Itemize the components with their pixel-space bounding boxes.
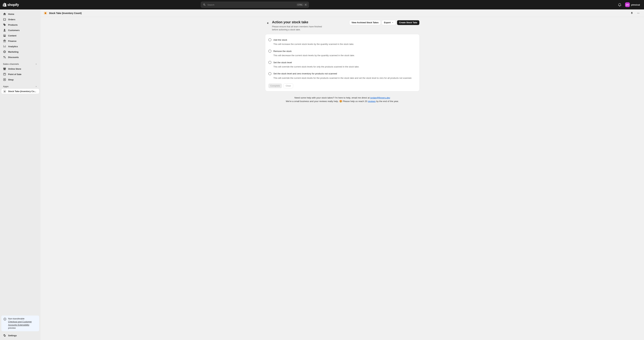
search-placeholder: Search bbox=[208, 3, 295, 6]
svg-rect-11 bbox=[267, 23, 268, 23]
svg-rect-0 bbox=[4, 73, 6, 75]
shopify-bag-icon bbox=[3, 3, 6, 7]
svg-rect-1 bbox=[4, 74, 5, 74]
info-banner: Non-transferable Checkout and Customer A… bbox=[1, 316, 39, 331]
sidebar: Home Orders Products Customers Content F… bbox=[0, 9, 40, 340]
nav-finance[interactable]: Finance bbox=[1, 38, 39, 43]
chart-icon bbox=[3, 45, 6, 48]
dots-icon bbox=[637, 12, 640, 14]
svg-point-10 bbox=[639, 13, 640, 13]
complete-button[interactable]: Complete bbox=[268, 83, 282, 88]
kbd-shortcut: CTRL K bbox=[296, 3, 308, 6]
app-stock-take[interactable]: ▦Stock Take (Inventory Co... bbox=[1, 89, 39, 94]
more-button[interactable] bbox=[636, 11, 640, 15]
brand-text: shopify bbox=[8, 3, 19, 7]
info-link[interactable]: Checkout and Customer Accounts Extensibi… bbox=[8, 321, 32, 326]
store-menu[interactable]: pim pimsical bbox=[624, 2, 641, 8]
pin-icon bbox=[630, 12, 633, 14]
page-bar: Stock Take (Inventory Count) bbox=[40, 9, 644, 17]
store-icon bbox=[3, 67, 6, 70]
reviews-link[interactable]: reviews bbox=[368, 100, 376, 103]
svg-point-5 bbox=[5, 319, 5, 319]
nav-marketing[interactable]: Marketing bbox=[1, 49, 39, 54]
export-button[interactable]: Export bbox=[382, 20, 396, 25]
nav-home[interactable]: Home bbox=[1, 11, 39, 16]
nav-customers[interactable]: Customers bbox=[1, 28, 39, 33]
store-name: pimsical bbox=[631, 3, 640, 6]
person-icon bbox=[3, 29, 6, 32]
help-email-link[interactable]: jordan@finners.dev bbox=[370, 96, 390, 99]
app-badge-icon bbox=[44, 12, 47, 15]
clear-button[interactable]: Clear bbox=[284, 83, 293, 88]
radio-set-zero[interactable] bbox=[268, 72, 272, 75]
home-icon bbox=[3, 12, 6, 15]
percent-icon bbox=[3, 56, 6, 59]
topbar: shopify Search CTRL K pim pimsical bbox=[0, 0, 644, 9]
channel-pos[interactable]: Point of Sale bbox=[1, 72, 39, 77]
bell-icon[interactable] bbox=[618, 3, 621, 6]
bank-icon bbox=[3, 39, 6, 42]
channel-shop[interactable]: Shop bbox=[1, 77, 39, 82]
target-icon bbox=[3, 50, 6, 53]
svg-rect-6 bbox=[5, 319, 5, 320]
main: Stock Take (Inventory Count) Action your… bbox=[40, 9, 644, 340]
gear-icon bbox=[3, 334, 6, 337]
pin-button[interactable] bbox=[630, 11, 634, 15]
chevron-right-icon bbox=[35, 85, 38, 88]
radio-add[interactable] bbox=[268, 38, 272, 41]
svg-point-9 bbox=[638, 13, 638, 13]
logo[interactable]: shopify bbox=[3, 3, 45, 7]
option-remove: Remove the stock This will decrease the … bbox=[268, 49, 416, 60]
back-button[interactable] bbox=[265, 21, 270, 25]
footer-help: Need some help with your stock takes? I'… bbox=[265, 96, 419, 103]
option-add: Add the stock This will increase the cur… bbox=[268, 37, 416, 49]
page-bar-title: Stock Take (Inventory Count) bbox=[49, 12, 82, 14]
option-set-zero: Set the stock level and zero inventory f… bbox=[268, 71, 416, 82]
radio-remove[interactable] bbox=[268, 50, 272, 53]
options-card: Add the stock This will increase the cur… bbox=[265, 34, 419, 91]
arrow-left-icon bbox=[266, 21, 269, 25]
option-set: Set the stock level This will override t… bbox=[268, 60, 416, 71]
svg-point-3 bbox=[4, 79, 5, 80]
sales-channels-header[interactable]: Sales channels bbox=[1, 61, 39, 66]
channel-online-store[interactable]: Online Store bbox=[1, 66, 39, 71]
svg-rect-7 bbox=[44, 12, 46, 14]
shop-icon bbox=[3, 78, 6, 81]
apps-header[interactable]: Apps bbox=[1, 83, 39, 88]
svg-point-8 bbox=[637, 13, 638, 13]
nav-orders[interactable]: Orders bbox=[1, 17, 39, 22]
page-subtitle: Please ensure that all team members have… bbox=[272, 25, 326, 31]
radio-set[interactable] bbox=[268, 61, 272, 64]
chevron-right-icon bbox=[35, 63, 38, 65]
pos-icon bbox=[3, 73, 6, 76]
chevron-down-icon bbox=[392, 21, 394, 24]
search-icon bbox=[203, 3, 206, 6]
view-archived-button[interactable]: View Archived Stock Takes bbox=[350, 20, 380, 25]
app-icon: ▦ bbox=[3, 90, 6, 93]
tag-icon bbox=[3, 23, 6, 26]
inbox-icon bbox=[3, 18, 6, 21]
avatar: pim bbox=[625, 2, 630, 7]
create-stock-take-button[interactable]: Create Stock Take bbox=[397, 20, 419, 25]
info-icon bbox=[4, 318, 6, 321]
nav-products[interactable]: Products bbox=[1, 22, 39, 27]
search-input[interactable]: Search CTRL K bbox=[201, 2, 309, 8]
page-title: Action your stock take bbox=[272, 20, 326, 24]
nav-content[interactable]: Content bbox=[1, 33, 39, 38]
nav-analytics[interactable]: Analytics bbox=[1, 44, 39, 49]
page-header: Action your stock take Please ensure tha… bbox=[265, 20, 419, 31]
image-icon bbox=[3, 34, 6, 37]
nav-discounts[interactable]: Discounts bbox=[1, 55, 39, 60]
nav-settings[interactable]: Settings bbox=[1, 333, 39, 338]
